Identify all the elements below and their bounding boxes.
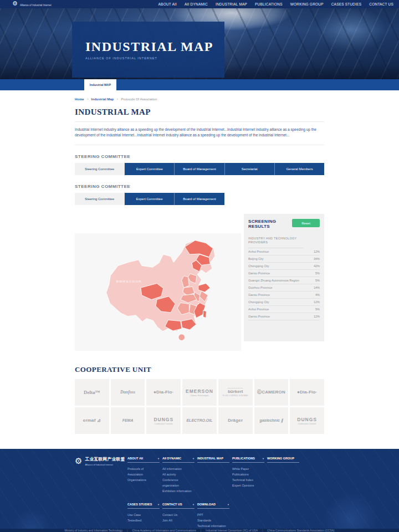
reset-button[interactable]: Reset (292, 219, 320, 227)
partner-logo-name: Delta™ (84, 390, 100, 395)
footer-column-title[interactable]: PUBLICATIONS ▼ (232, 457, 264, 463)
province-row[interactable]: Chongqing City 12% (248, 299, 320, 306)
main-nav-list: ABOUT AIIAII DYNAMICINDUSTRIAL MAPPUBLIC… (158, 2, 393, 6)
footer-link[interactable]: Contact Us (162, 512, 195, 518)
footer-link[interactable]: Standards (197, 518, 229, 523)
china-choropleth-map[interactable]: 新疆维吾尔自治区 (75, 233, 241, 351)
partner-link[interactable]: Ministry of Industry and Information Tec… (64, 529, 122, 532)
partner-logo[interactable]: DUNGS Combustion Controls (290, 407, 324, 434)
committee-tab[interactable]: Board of Management (175, 193, 224, 205)
province-row[interactable]: Guangxi Zhuang Autonomous Region 5% (248, 277, 320, 284)
footer-column-label: PUBLICATIONS (232, 457, 255, 460)
footer-link[interactable]: Use Case (127, 512, 160, 518)
footer-column-title[interactable]: ABOUT AII ▼ (127, 457, 160, 463)
committee-tab[interactable]: General Members (275, 163, 324, 175)
partner-logo[interactable]: Delta™ (75, 379, 109, 406)
footer-link[interactable]: Organizations (127, 477, 160, 483)
footer-link[interactable]: All activity (162, 472, 195, 477)
province-row[interactable]: Beijing City 34% (248, 255, 320, 263)
breadcrumb-item[interactable]: Home (75, 98, 84, 101)
footer-column-title[interactable]: CONTACT US ▼ (162, 503, 195, 509)
footer-link[interactable]: Technical Index (232, 477, 264, 483)
partner-link[interactable]: China Academy of Information and Communi… (122, 529, 196, 532)
committee-tab[interactable]: Secretariat (225, 163, 275, 175)
partner-logo[interactable]: bürkert FLUID CONTROL SYSTEMS (218, 379, 253, 406)
top-nav: ⚙ Alliance of Industrial Internet ABOUT … (0, 0, 399, 8)
footer-column-label: INDUSTRIAL MAP (197, 457, 223, 460)
footer-link[interactable]: Technical information (197, 523, 229, 529)
nav-item[interactable]: PUBLICATIONS (255, 2, 283, 6)
hero-subtitle: ALLIANCE OF INDUSTRIAL INTERNET (85, 57, 224, 60)
breadcrumb-item[interactable]: Industrial Map (91, 98, 114, 101)
province-row[interactable]: Guizhou Province 14% (248, 284, 320, 291)
footer-link[interactable]: PPT (197, 512, 229, 518)
partner-logo[interactable]: EMERSON Climate Technologies (182, 379, 217, 406)
footer-column: PUBLICATIONS ▼ White PaperPublicationsTe… (232, 457, 264, 494)
partner-logo-subtext: Combustion Controls (155, 423, 173, 425)
map-region-taiwan[interactable] (203, 310, 207, 318)
hero-banner: INDUSTRIAL MAP ALLIANCE OF INDUSTRIAL IN… (0, 8, 399, 79)
tab-industrial-map[interactable]: Industrial MAP (84, 79, 116, 90)
breadcrumb-separator-icon: > (116, 98, 118, 101)
footer-link[interactable]: Expert Opinions (232, 483, 264, 488)
partner-logo-name: bürkert (228, 388, 243, 394)
footer-link[interactable]: Testedbed (127, 518, 160, 523)
partner-logo[interactable]: Dräger (218, 407, 253, 434)
partner-logo[interactable]: gastechnic ∥ (254, 407, 289, 434)
province-row[interactable]: Anhui Province 5% (248, 306, 320, 313)
footer-brand[interactable]: ⚙ 工业互联网产业联盟 Alliance of Industrial Inter… (75, 457, 127, 529)
nav-item[interactable]: CONTACT US (369, 2, 393, 6)
partner-logo-name: ●Dia-Flo· (154, 390, 173, 395)
partner-logo[interactable]: ●Dia-Flo· (146, 379, 181, 406)
footer-link[interactable]: All information (162, 466, 195, 472)
committee-tab[interactable]: Steering Committee (75, 163, 125, 175)
committee-tab[interactable]: Expert Committee (125, 163, 175, 175)
nav-item[interactable]: CASES STUDIES (331, 2, 362, 6)
partner-link[interactable]: Industrial Internet Consortium (IIC) of … (196, 529, 258, 532)
partner-logo[interactable]: ermaf ⊿ (75, 407, 109, 434)
footer-column-label: CASES STUDIES (127, 503, 152, 506)
committee-tab[interactable]: Board of Management (175, 163, 224, 175)
footer-column-title[interactable]: WORKING GROUP (267, 457, 299, 463)
nav-item[interactable]: ABOUT AII (158, 2, 177, 6)
partner-logo[interactable]: ELECTRO.OIL (182, 407, 217, 434)
province-name: Anhui Province (248, 250, 269, 253)
partner-logo-name: ●Dia-Flo· (297, 390, 317, 395)
footer-column-title[interactable]: DOWNLOAD ▼ (197, 503, 229, 509)
footer-link[interactable]: Protocols of Association (127, 466, 160, 477)
partner-logo[interactable]: DUNGS Combustion Controls (146, 407, 181, 434)
province-row[interactable]: Gansu Province 5% (248, 270, 320, 277)
footer-link[interactable]: White Paper (232, 466, 264, 472)
nav-item[interactable]: INDUSTRIAL MAP (216, 2, 247, 6)
partner-logo[interactable]: ●Dia-Flo· (290, 379, 324, 406)
footer-link-list: Contact UsJoin AII (162, 512, 195, 523)
committee-tab[interactable]: Expert Committee (125, 193, 175, 205)
nav-item[interactable]: WORKING GROUP (290, 2, 324, 6)
committee-tab[interactable]: Steering Committee (75, 193, 125, 205)
province-row[interactable]: Chongqing City 42% (248, 263, 320, 270)
province-row[interactable]: Gansu Province 4% (248, 291, 320, 299)
partner-link[interactable]: China Communications Standards Associati… (258, 529, 334, 532)
nav-item[interactable]: AII DYNAMIC (185, 2, 208, 6)
breadcrumb-item[interactable]: Protocols Of Association (121, 98, 157, 101)
footer-link[interactable]: Exhibition information (162, 488, 195, 494)
province-row[interactable]: Anhui Province 12% (248, 248, 320, 255)
province-percent: 5% (315, 279, 320, 282)
footer-link[interactable]: Conference organization (162, 477, 195, 488)
footer-link[interactable]: Publications (232, 472, 264, 477)
partner-logo[interactable]: FEMA (111, 407, 145, 434)
partner-logo[interactable]: ⒸCAMERON (254, 379, 289, 406)
header-brand[interactable]: ⚙ Alliance of Industrial Internet (12, 2, 52, 7)
footer-link[interactable]: Join AII (162, 518, 195, 523)
province-percent: 34% (314, 257, 320, 260)
province-row[interactable]: Gansu Province 12% (248, 313, 320, 320)
footer-column-title[interactable]: AII DYNAMIC ▼ (162, 457, 195, 463)
steering-committee-heading-2: STEERING COMMITTEE (75, 184, 324, 189)
footer-column-title[interactable]: CASES STUDIES ▼ (127, 503, 160, 509)
map-region-hainan[interactable] (178, 334, 185, 341)
footer-column-label: AII DYNAMIC (162, 457, 181, 460)
province-name: Gansu Province (248, 272, 270, 275)
footer-column-title[interactable]: INDUSTRIAL MAP (197, 457, 229, 463)
partner-logo[interactable]: Danfoss (111, 379, 145, 406)
footer-column: DOWNLOAD ▼ PPTStandardsTechnical informa… (197, 503, 229, 529)
